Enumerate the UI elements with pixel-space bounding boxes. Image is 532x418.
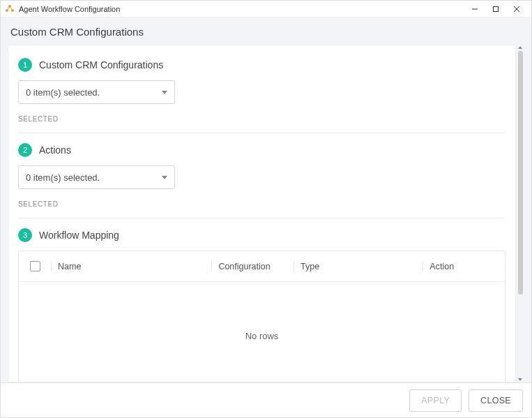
section-custom-crm: 1 Custom CRM Configurations 0 item(s) se… — [18, 55, 506, 133]
section-title-mapping: Workflow Mapping — [39, 230, 119, 241]
empty-state: No rows — [245, 331, 279, 341]
scroll-up-arrow-icon[interactable] — [518, 46, 522, 49]
app-window: Agent Workflow Configuration Custom CRM … — [0, 0, 532, 418]
apply-button[interactable]: APPLY — [409, 389, 462, 412]
window-controls — [464, 1, 527, 17]
titlebar: Agent Workflow Configuration — [1, 1, 531, 17]
content-wrap: 1 Custom CRM Configurations 0 item(s) se… — [1, 45, 531, 382]
svg-rect-6 — [494, 6, 499, 11]
close-button[interactable]: CLOSE — [469, 389, 523, 412]
select-all-checkbox[interactable] — [30, 261, 40, 271]
step-badge-2: 2 — [18, 143, 32, 157]
step-badge-3: 3 — [18, 228, 32, 242]
chevron-down-icon — [162, 91, 167, 94]
table-body: No rows — [19, 282, 505, 382]
app-icon — [5, 4, 15, 14]
actions-dropdown-text: 0 item(s) selected. — [26, 172, 100, 183]
scroll-down-arrow-icon[interactable] — [518, 378, 522, 381]
section-header: 2 Actions — [18, 143, 506, 157]
config-dropdown[interactable]: 0 item(s) selected. — [18, 80, 175, 104]
vertical-scrollbar[interactable] — [516, 45, 524, 382]
section-title-actions: Actions — [39, 144, 71, 156]
chevron-down-icon — [162, 176, 167, 179]
minimize-button[interactable] — [464, 1, 485, 17]
column-type[interactable]: Type — [294, 251, 423, 281]
mapping-table: Name Configuration Type Action No rows — [18, 251, 506, 382]
page-header: Custom CRM Configurations — [1, 17, 531, 45]
config-selected-label: SELECTED — [18, 115, 506, 123]
section-header: 1 Custom CRM Configurations — [18, 58, 506, 72]
actions-selected-label: SELECTED — [18, 200, 506, 208]
column-name[interactable]: Name — [51, 251, 211, 281]
svg-line-3 — [7, 6, 10, 10]
svg-line-4 — [10, 6, 13, 10]
table-header: Name Configuration Type Action — [19, 251, 505, 282]
content: 1 Custom CRM Configurations 0 item(s) se… — [8, 45, 516, 382]
column-configuration[interactable]: Configuration — [211, 251, 294, 281]
window-title: Agent Workflow Configuration — [19, 5, 464, 13]
section-title-config: Custom CRM Configurations — [39, 59, 163, 70]
actions-dropdown[interactable]: 0 item(s) selected. — [18, 165, 175, 189]
section-actions: 2 Actions 0 item(s) selected. SELECTED — [18, 133, 506, 218]
footer: APPLY CLOSE — [1, 382, 531, 417]
section-workflow-mapping: 3 Workflow Mapping Name Configuration Ty… — [18, 218, 506, 382]
scroll-thumb[interactable] — [518, 51, 523, 294]
column-checkbox — [19, 251, 51, 281]
config-dropdown-text: 0 item(s) selected. — [26, 87, 100, 98]
page-title: Custom CRM Configurations — [10, 26, 522, 38]
step-badge-1: 1 — [18, 58, 32, 72]
column-action[interactable]: Action — [423, 251, 505, 281]
maximize-button[interactable] — [485, 1, 506, 17]
section-header: 3 Workflow Mapping — [18, 228, 506, 242]
close-window-button[interactable] — [506, 1, 527, 17]
